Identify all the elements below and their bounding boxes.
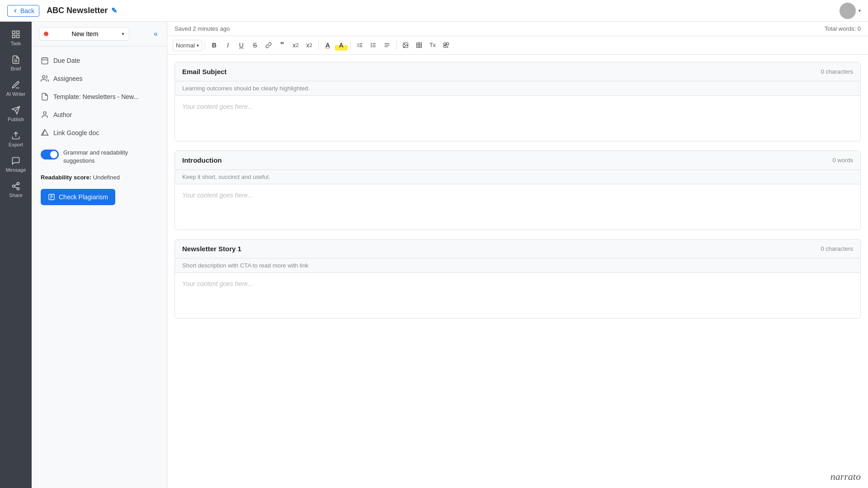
introduction-editor[interactable]: Your content goes here... xyxy=(175,184,860,230)
sidebar-item-share[interactable]: Share xyxy=(0,177,32,202)
sidebar-item-brief[interactable]: Brief xyxy=(0,51,32,76)
svg-point-10 xyxy=(13,185,15,188)
edit-title-icon[interactable]: ✎ xyxy=(111,6,117,15)
total-words-value: 0 xyxy=(858,25,861,32)
email-subject-editor[interactable]: Your content goes here... xyxy=(175,96,860,141)
status-dot xyxy=(44,32,48,36)
newsletter-story-1-header: Newsletter Story 1 0 characters xyxy=(175,239,860,258)
highlight-button[interactable]: A xyxy=(335,40,348,51)
font-color-button[interactable]: A xyxy=(321,40,334,51)
add-block-button[interactable] xyxy=(440,40,453,51)
readability-value: Undefined xyxy=(93,174,120,181)
ordered-list-button[interactable] xyxy=(354,40,366,51)
collapse-button[interactable]: « xyxy=(152,28,160,40)
total-words-label: Total words: xyxy=(825,25,856,32)
link-google-doc-label: Link Google doc xyxy=(53,129,99,136)
new-item-dropdown[interactable]: New Item ▾ xyxy=(39,27,129,41)
newsletter-story-1-editor[interactable]: Your content goes here... xyxy=(175,273,860,318)
assignees-item[interactable]: Assignees xyxy=(39,70,160,87)
svg-line-13 xyxy=(14,184,17,185)
style-dropdown[interactable]: Normal ▾ xyxy=(173,40,202,51)
newsletter-story-1-meta: 0 characters xyxy=(821,245,853,252)
email-subject-hint: Learning outcomes should be clearly high… xyxy=(175,81,860,96)
task-label: Task xyxy=(11,41,21,46)
email-subject-section: Email Subject 0 characters Learning outc… xyxy=(175,62,861,141)
title-text: ABC Newsletter xyxy=(47,6,108,15)
message-label: Message xyxy=(6,167,26,173)
check-plagiarism-button[interactable]: Check Plagiarism xyxy=(41,189,115,205)
svg-point-9 xyxy=(17,183,19,185)
quote-button[interactable]: " xyxy=(276,39,288,52)
saved-text: Saved 2 minutes ago xyxy=(175,25,230,32)
subscript-button[interactable]: x2 xyxy=(289,40,302,51)
sidebar-body: Due Date Assignees Template: Newslette xyxy=(32,47,167,214)
svg-rect-2 xyxy=(13,35,15,38)
sidebar-item-publish[interactable]: Publish xyxy=(0,101,32,127)
sidebar-item-task[interactable]: Task xyxy=(0,25,32,51)
table-button[interactable] xyxy=(413,40,425,51)
svg-point-19 xyxy=(43,112,46,114)
sidebar-header: New Item ▾ « xyxy=(32,22,167,47)
avatar-dropdown-icon[interactable]: ▾ xyxy=(859,8,861,13)
image-button[interactable] xyxy=(399,40,412,51)
avatar[interactable] xyxy=(840,3,856,19)
author-label: Author xyxy=(53,111,72,118)
due-date-item[interactable]: Due Date xyxy=(39,52,160,69)
plagiarism-icon xyxy=(48,193,55,201)
unordered-list-button[interactable] xyxy=(367,40,380,51)
ai-writer-label: AI Writer xyxy=(6,91,26,97)
italic-button[interactable]: I xyxy=(222,40,234,51)
clear-format-button[interactable]: Tx xyxy=(426,40,439,50)
align-button[interactable] xyxy=(381,40,393,51)
left-sidebar: Task Brief AI Writer Publish xyxy=(0,22,32,488)
content-area: Saved 2 minutes ago Total words: 0 Norma… xyxy=(167,22,868,488)
divider-2 xyxy=(318,41,319,50)
svg-point-18 xyxy=(42,75,45,78)
author-item[interactable]: Author xyxy=(39,106,160,123)
svg-point-11 xyxy=(17,188,19,190)
grammar-toggle-row: Grammar and readability suggestions xyxy=(39,144,160,169)
back-button[interactable]: Back xyxy=(7,5,39,17)
divider-1 xyxy=(205,41,205,50)
svg-point-31 xyxy=(371,45,372,45)
google-drive-icon xyxy=(41,129,49,137)
page-title: ABC Newsletter ✎ xyxy=(47,6,117,15)
grammar-toggle[interactable] xyxy=(41,150,59,160)
assignees-label: Assignees xyxy=(53,75,83,82)
email-subject-title: Email Subject xyxy=(182,68,226,75)
template-item[interactable]: Template: Newsletters - New... xyxy=(39,88,160,105)
share-label: Share xyxy=(9,192,22,198)
underline-button[interactable]: U xyxy=(235,40,248,51)
editor-body[interactable]: Email Subject 0 characters Learning outc… xyxy=(167,55,868,488)
collapse-arrows-icon: « xyxy=(154,30,158,38)
sidebar-item-ai-writer[interactable]: AI Writer xyxy=(0,76,32,101)
due-date-label: Due Date xyxy=(53,57,80,64)
new-item-label: New Item xyxy=(71,30,98,38)
introduction-hint: Keep it short, succinct and useful. xyxy=(175,170,860,184)
bold-button[interactable]: B xyxy=(208,40,221,51)
strikethrough-button[interactable]: S xyxy=(249,40,261,51)
people-icon xyxy=(41,75,49,83)
export-label: Export xyxy=(9,142,23,147)
document-icon xyxy=(41,93,49,101)
style-label: Normal xyxy=(176,42,195,49)
calendar-icon xyxy=(41,56,49,65)
email-subject-header: Email Subject 0 characters xyxy=(175,62,860,81)
sidebar-item-message[interactable]: Message xyxy=(0,152,32,177)
svg-point-30 xyxy=(371,43,372,44)
link-button[interactable] xyxy=(262,40,275,51)
link-google-doc-item[interactable]: Link Google doc xyxy=(39,124,160,141)
introduction-header: Introduction 0 words xyxy=(175,151,860,170)
introduction-title: Introduction xyxy=(182,156,222,164)
svg-rect-3 xyxy=(17,35,19,38)
sidebar-item-export[interactable]: Export xyxy=(0,127,32,152)
superscript-button[interactable]: x2 xyxy=(303,40,316,51)
svg-rect-43 xyxy=(446,43,448,45)
svg-rect-1 xyxy=(17,31,19,34)
brief-label: Brief xyxy=(11,66,21,71)
newsletter-story-1-hint: Short description with CTA to read more … xyxy=(175,258,860,273)
editor-toolbar: Normal ▾ B I U S " x2 x2 A A xyxy=(167,36,868,55)
readability-score: Readability score: Undefined xyxy=(39,170,160,184)
readability-label: Readability score: xyxy=(41,174,91,181)
newsletter-story-1-section: Newsletter Story 1 0 characters Short de… xyxy=(175,239,861,319)
